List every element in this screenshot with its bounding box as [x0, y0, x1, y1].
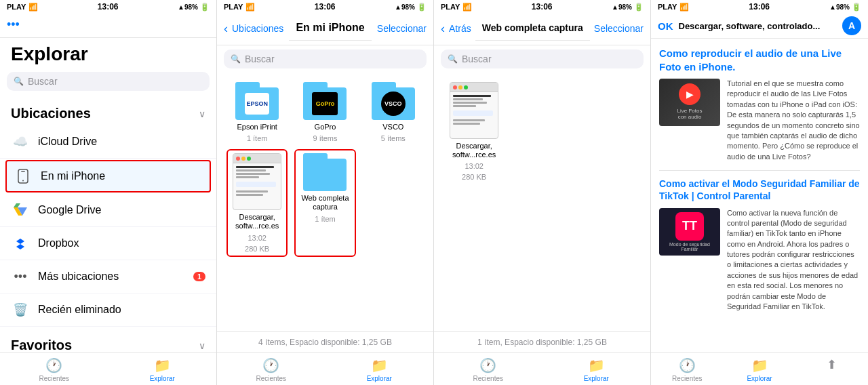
sidebar-item-icloud[interactable]: ☁️ iCloud Drive — [0, 125, 216, 159]
clock-icon-3: 🕐 — [479, 357, 496, 373]
nav-title-3: Web completa captura — [475, 16, 590, 41]
tab-explorar-4[interactable]: 📁 Explorar — [724, 353, 796, 385]
file-epson[interactable]: EPSON Epson iPrint 1 ítem — [226, 82, 288, 142]
folder-icon-3: 📁 — [588, 357, 605, 373]
gdrive-label: Google Drive — [38, 204, 205, 216]
back-icon-2[interactable]: ‹ — [224, 22, 228, 36]
tab-explorar-2[interactable]: 📁 Explorar — [326, 353, 434, 385]
descargar-size-3: 280 KB — [462, 173, 486, 181]
svg-point-1 — [22, 180, 24, 182]
tab-recientes-label-2: Recientes — [256, 375, 286, 382]
descargar-thumb — [233, 153, 281, 210]
search-placeholder-1: Buscar — [28, 76, 58, 87]
tab-explorar-3[interactable]: 📁 Explorar — [542, 353, 651, 385]
file-grid-2: EPSON Epson iPrint 1 ítem GoPro GoPro 9 … — [217, 73, 433, 331]
tab-explorar-label-2: Explorar — [367, 375, 392, 382]
file-gopro[interactable]: GoPro GoPro 9 ítems — [294, 82, 355, 142]
file-vsco[interactable]: VSCO VSCO 5 ítems — [363, 82, 424, 142]
battery-2: 🔋 — [417, 3, 427, 12]
file-descargar-3[interactable]: Descargar, softw...rce.es 13:02 280 KB — [443, 82, 505, 181]
wifi-icon-2: 📶 — [245, 3, 255, 12]
time-2: 13:06 — [315, 2, 336, 12]
user-avatar[interactable]: A — [842, 16, 861, 35]
signal-1: ▲98% — [178, 3, 198, 11]
icloud-label: iCloud Drive — [38, 136, 205, 148]
tab-bar-3: 🕐 Recientes 📁 Explorar — [434, 352, 650, 385]
article-2-thumb: TT Modo de seguridadFamiliar — [659, 208, 720, 256]
article-1-title[interactable]: Como reproducir el audio de una Live Fot… — [659, 47, 860, 73]
file-descargar[interactable]: Descargar, softw...rce.es 13:02 280 KB — [226, 149, 288, 256]
tab-recientes-4[interactable]: 🕐 Recientes — [651, 353, 724, 385]
ubicaciones-header: Ubicaciones ∨ — [0, 95, 216, 125]
sidebar-item-more[interactable]: ••• Más ubicaciones 1 — [0, 260, 216, 293]
more-badge: 1 — [193, 272, 205, 281]
search-field-3[interactable]: 🔍 Buscar — [441, 49, 644, 68]
sidebar-item-gdrive[interactable]: Google Drive — [0, 194, 216, 227]
tab-recientes-3[interactable]: 🕐 Recientes — [434, 353, 542, 385]
dropbox-icon — [11, 234, 30, 253]
descargar-name-3: Descargar, softw...rce.es — [443, 142, 505, 159]
sidebar-content: Ubicaciones ∨ ☁️ iCloud Drive En mi iPho… — [0, 95, 216, 352]
tab-bar-1: 🕐 Recientes 📁 Explorar — [0, 352, 216, 385]
more-icon: ••• — [11, 267, 30, 286]
battery-4: 🔋 — [852, 3, 861, 12]
descargar-name: Descargar, softw...rce.es — [231, 213, 283, 230]
favoritos-title: Favoritos — [11, 338, 72, 352]
trash-icon: 🗑️ — [11, 300, 30, 319]
epson-name: Epson iPrint — [237, 123, 277, 131]
more-label: Más ubicaciones — [38, 270, 185, 283]
search-field-2[interactable]: 🔍 Buscar — [224, 49, 427, 68]
sidebar-item-iphone[interactable]: En mi iPhone — [5, 160, 211, 192]
search-area-1: 🔍 Buscar — [0, 68, 216, 95]
clock-icon-4: 🕐 — [679, 357, 696, 373]
divider-1 — [659, 170, 860, 171]
clock-icon-1: 🕐 — [45, 357, 62, 373]
select-btn-3[interactable]: Seleccionar — [594, 23, 644, 34]
folder-icon-1: 📁 — [154, 357, 171, 373]
ubicaciones-chevron[interactable]: ∨ — [199, 108, 205, 119]
search-placeholder-2: Buscar — [245, 54, 275, 64]
article-1-thumb: ▶ Live Fotoscon audio — [659, 79, 720, 126]
article-2-row: TT Modo de seguridadFamiliar Como activa… — [659, 208, 860, 312]
back-icon-3[interactable]: ‹ — [441, 22, 445, 36]
nav-title-2: En mi iPhone — [289, 16, 371, 41]
iphone-icon — [14, 167, 33, 186]
article-2-title[interactable]: Como activar el Modo Seguridad Familiar … — [659, 178, 860, 202]
sidebar-item-trash[interactable]: 🗑️ Recién eliminado — [0, 293, 216, 327]
more-button[interactable]: ••• — [7, 18, 20, 32]
explorar-title: Explorar — [0, 38, 216, 68]
dropbox-label: Dropbox — [38, 237, 205, 249]
select-btn-2[interactable]: Seleccionar — [377, 23, 427, 34]
status-bar-1: PLAY 📶 13:06 ▲98% 🔋 — [0, 0, 216, 14]
descargar-date-3: 13:02 — [465, 162, 484, 170]
vsco-name: VSCO — [382, 123, 403, 131]
svg-marker-5 — [14, 203, 20, 207]
ok-button[interactable]: OK — [658, 20, 673, 32]
article-1: Como reproducir el audio de una Live Fot… — [659, 47, 860, 162]
icloud-icon: ☁️ — [11, 132, 30, 151]
time-4: 13:06 — [749, 2, 770, 12]
tab-recientes-1[interactable]: 🕐 Recientes — [0, 353, 108, 385]
ubicaciones-title: Ubicaciones — [11, 106, 91, 121]
share-button[interactable]: ⬆ — [795, 353, 868, 385]
epson-count: 1 ítem — [247, 134, 268, 142]
gdrive-svg — [13, 203, 28, 217]
tab-explorar-1[interactable]: 📁 Explorar — [108, 353, 217, 385]
search-placeholder-3: Buscar — [462, 54, 492, 64]
clock-icon-2: 🕐 — [262, 357, 279, 373]
web-header: OK Descargar, software, controlado... A — [651, 14, 868, 39]
back-label-3[interactable]: Atrás — [449, 23, 471, 34]
carrier-2: PLAY — [224, 3, 243, 11]
file-webcaptura[interactable]: Web completacaptura 1 ítem — [294, 149, 355, 256]
tab-recientes-label-3: Recientes — [473, 375, 503, 382]
wifi-icon-3: 📶 — [462, 3, 472, 12]
folder-icon-2: 📁 — [371, 357, 388, 373]
tab-recientes-2[interactable]: 🕐 Recientes — [217, 353, 326, 385]
search-field-1[interactable]: 🔍 Buscar — [7, 72, 210, 91]
iphone-label: En mi iPhone — [41, 170, 203, 182]
back-label-2[interactable]: Ubicaciones — [232, 23, 283, 34]
sidebar-item-dropbox[interactable]: Dropbox — [0, 227, 216, 260]
favoritos-chevron[interactable]: ∨ — [199, 340, 205, 351]
nav-bar-1: ••• — [0, 14, 216, 38]
folder-icon-4: 📁 — [751, 357, 768, 373]
